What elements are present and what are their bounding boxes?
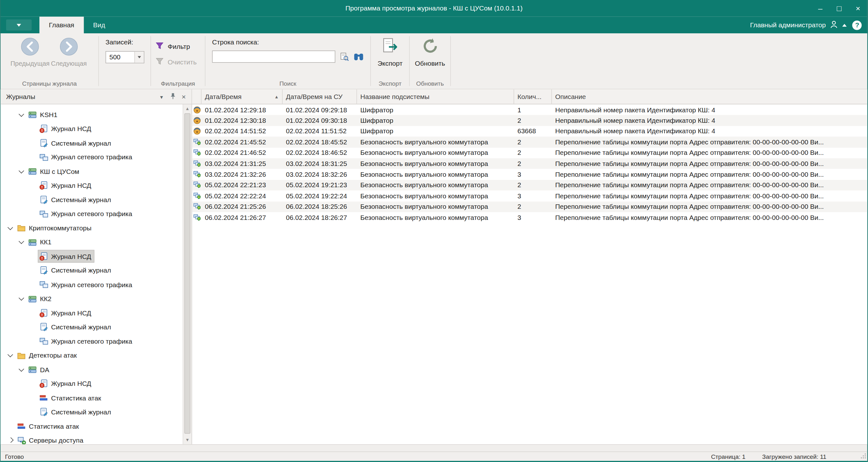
records-combobox[interactable]: 500 — [106, 51, 145, 63]
scroll-up-button[interactable]: ▲ — [183, 104, 192, 113]
chevron-expanded-icon[interactable] — [6, 224, 16, 233]
tree-item[interactable]: Криптокоммутаторы — [1, 221, 183, 236]
tree-item[interactable]: Журнал сетевого трафика — [1, 150, 183, 164]
tree-item[interactable]: КК2 — [1, 292, 183, 306]
tree-item-content[interactable]: КК2 — [27, 293, 54, 305]
search-input[interactable] — [212, 51, 336, 63]
export-button[interactable]: Экспорт — [377, 37, 403, 79]
tree-item-content[interactable]: DA — [27, 364, 52, 376]
tree-item[interactable]: Системный журнал — [1, 264, 183, 278]
panel-menu-button[interactable]: ▾ — [156, 91, 167, 102]
tree-item[interactable]: КК1 — [1, 235, 183, 249]
tree-item-content[interactable]: Системный журнал — [38, 194, 114, 206]
tree-item-content[interactable]: Детекторы атак — [16, 350, 80, 362]
tree-item[interactable]: Системный журнал — [1, 136, 183, 150]
tree-item[interactable]: Журнал сетевого трафика — [1, 278, 183, 292]
tree-item[interactable]: Серверы доступа — [1, 433, 183, 444]
tree-item-content[interactable]: Системный журнал — [38, 321, 114, 333]
tree-item[interactable]: Журнал НСД — [1, 306, 183, 320]
scrollbar-track[interactable] — [183, 113, 192, 436]
tree-item[interactable]: Системный журнал — [1, 320, 183, 334]
table-row[interactable]: 02.02.2024 21:45:5202.02.2024 18:45:52Бе… — [192, 137, 868, 148]
tree-item-content[interactable]: Статистика атак — [38, 392, 104, 404]
tree-item-content[interactable]: КК1 — [27, 237, 54, 248]
tree-item-content[interactable]: Статистика атак — [16, 421, 82, 432]
chevron-expanded-icon[interactable] — [17, 295, 27, 303]
tree-item[interactable]: Журнал НСД — [1, 249, 183, 264]
column-header-count[interactable]: Колич... — [514, 90, 552, 104]
clear-filter-button[interactable]: Очистить — [155, 56, 205, 68]
tree-item-content[interactable]: Журнал сетевого трафика — [38, 208, 135, 220]
table-row[interactable]: 01.02.2024 12:30:1801.02.2024 09:30:18Ши… — [192, 115, 868, 126]
app-menu-button[interactable] — [6, 19, 32, 30]
tree-item-content[interactable]: Криптокоммутаторы — [16, 222, 94, 234]
table-row[interactable]: 01.02.2024 12:29:1801.02.2024 09:29:18Ши… — [192, 104, 868, 115]
filter-button[interactable]: Фильтр — [155, 41, 205, 52]
tree-item[interactable]: Журнал сетевого трафика — [1, 207, 183, 221]
tree-item[interactable]: Статистика атак — [1, 391, 183, 405]
tab-view[interactable]: Вид — [84, 17, 115, 34]
tree-item-content[interactable]: Системный журнал — [38, 265, 114, 276]
tree-item[interactable]: Детекторы атак — [1, 348, 183, 363]
column-header-subsystem[interactable]: Название подсистемы — [357, 90, 514, 104]
previous-page-button[interactable]: Предыдущая — [12, 37, 48, 79]
table-row[interactable]: 06.02.2024 21:26:2706.02.2024 18:26:27Бе… — [192, 212, 868, 223]
next-page-button[interactable]: Следующая — [51, 37, 87, 79]
tree-item[interactable]: Журнал НСД — [1, 179, 183, 193]
scrollbar-thumb[interactable] — [184, 113, 190, 434]
panel-close-button[interactable]: × — [178, 91, 189, 102]
tree-item-content[interactable]: Системный журнал — [38, 137, 114, 149]
tree-item-selected[interactable]: Журнал НСД — [38, 251, 94, 263]
tree-item[interactable]: Статистика атак — [1, 419, 183, 433]
table-row[interactable]: 02.02.2024 14:51:5202.02.2024 11:51:52Ши… — [192, 126, 868, 137]
tree-item-content[interactable]: Серверы доступа — [16, 435, 86, 444]
table-row[interactable]: 05.02.2024 22:21:2305.02.2024 19:21:23Бе… — [192, 180, 868, 191]
user-menu[interactable]: Главный администратор — [750, 20, 849, 30]
tree-item-content[interactable]: КШ с ЦУСом — [27, 166, 82, 177]
tree-item[interactable]: Журнал сетевого трафика — [1, 334, 183, 349]
chevron-expanded-icon[interactable] — [17, 365, 27, 374]
tree-item-content[interactable]: Журнал НСД — [38, 180, 94, 192]
resize-grip[interactable] — [861, 453, 866, 460]
table-row[interactable]: 05.02.2024 22:22:2405.02.2024 19:22:24Бе… — [192, 190, 868, 201]
tab-home[interactable]: Главная — [39, 17, 84, 34]
chevron-expanded-icon[interactable] — [6, 351, 16, 360]
chevron-expanded-icon[interactable] — [17, 111, 27, 119]
tree-item-content[interactable]: Журнал НСД — [38, 307, 94, 319]
tree-item[interactable]: Журнал НСД — [1, 377, 183, 391]
maximize-button[interactable]: □ — [830, 0, 849, 17]
tree-item[interactable]: DA — [1, 363, 183, 377]
chevron-collapsed-icon[interactable] — [6, 436, 16, 444]
tree-item-content[interactable]: Журнал сетевого трафика — [38, 335, 135, 347]
tree-item-content[interactable]: KSH1 — [27, 109, 60, 121]
tree-item-content[interactable]: Журнал сетевого трафика — [38, 279, 135, 291]
close-button[interactable]: × — [849, 0, 868, 17]
column-header-icon[interactable] — [192, 90, 202, 104]
scroll-down-button[interactable]: ▼ — [183, 436, 192, 444]
tree-item-content[interactable]: Журнал сетевого трафика — [38, 151, 135, 163]
tree-item[interactable]: KSH1 — [1, 108, 183, 122]
records-dropdown-button[interactable] — [134, 52, 144, 63]
table-row[interactable]: 02.02.2024 21:46:5202.02.2024 18:46:52Бе… — [192, 148, 868, 158]
tree-item-content[interactable]: Журнал НСД — [38, 123, 94, 135]
tree-item-content[interactable]: Системный журнал — [38, 406, 114, 418]
chevron-expanded-icon[interactable] — [17, 167, 27, 176]
help-button[interactable]: ? — [852, 20, 862, 30]
tree-item[interactable]: Журнал НСД — [1, 122, 183, 136]
minimize-button[interactable]: – — [811, 0, 830, 17]
column-header-time-su[interactable]: Дата/Время на СУ — [283, 90, 357, 104]
refresh-button[interactable]: Обновить — [415, 37, 445, 79]
tree-item[interactable]: КШ с ЦУСом — [1, 164, 183, 179]
tree-item-content[interactable]: Журнал НСД — [38, 378, 94, 390]
search-preview-button[interactable] — [339, 51, 350, 62]
tree-item[interactable]: Системный журнал — [1, 193, 183, 207]
table-row[interactable]: 03.02.2024 21:31:2503.02.2024 18:31:25Бе… — [192, 158, 868, 169]
column-header-description[interactable]: Описание — [552, 90, 868, 104]
tree-item[interactable]: Системный журнал — [1, 405, 183, 420]
chevron-expanded-icon[interactable] — [17, 238, 27, 247]
column-header-time[interactable]: Дата/Время▲ — [202, 90, 283, 104]
table-row[interactable]: 03.02.2024 21:32:2603.02.2024 18:32:26Бе… — [192, 169, 868, 180]
find-binoculars-button[interactable] — [353, 51, 364, 62]
table-row[interactable]: 06.02.2024 21:25:2606.02.2024 18:25:26Бе… — [192, 201, 868, 212]
tree-scrollbar[interactable]: ▲ ▼ — [183, 104, 192, 444]
